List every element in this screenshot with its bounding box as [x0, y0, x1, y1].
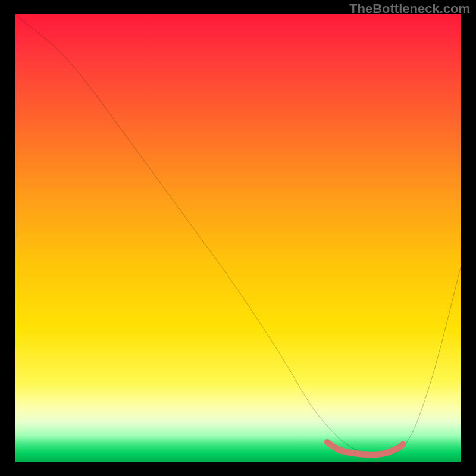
optimal-band	[327, 442, 403, 455]
bottleneck-curve	[15, 14, 461, 455]
plot-area	[15, 14, 461, 462]
chart-frame: TheBottleneck.com	[0, 0, 476, 476]
curve-layer	[15, 14, 461, 462]
watermark-text: TheBottleneck.com	[349, 1, 470, 17]
